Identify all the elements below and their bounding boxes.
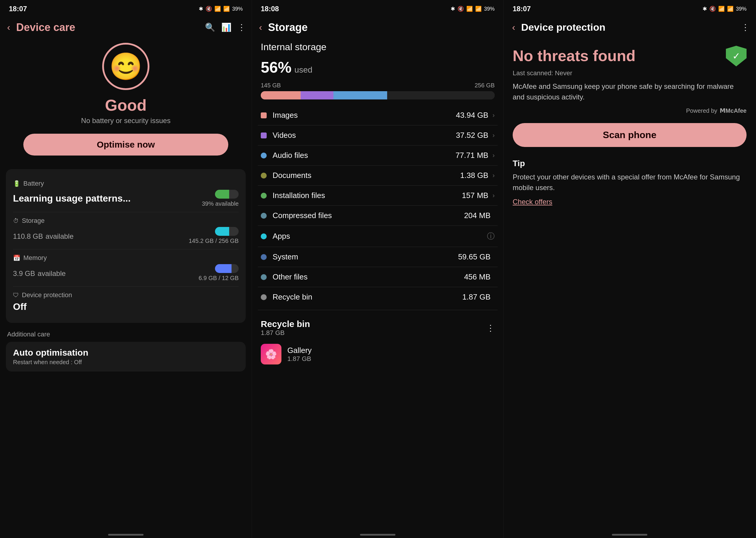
storage-card[interactable]: ⏱ Storage 110.8 GB available 145.2 GB / … [13, 212, 239, 249]
nav-title-3: Device protection [521, 22, 606, 33]
gallery-info: Gallery 1.87 GB [287, 346, 312, 363]
scroll-bar-1 [108, 534, 144, 536]
dot-images [261, 112, 267, 118]
scroll-bar-2 [360, 534, 395, 536]
list-item[interactable]: Installation files 157 MB › [258, 186, 497, 206]
list-item[interactable]: Other files 456 MB [258, 267, 497, 287]
search-icon-1[interactable]: 🔍 [205, 23, 215, 32]
memory-value: 3.9 GB available [13, 267, 66, 278]
smiley-icon: 😊 [109, 53, 142, 80]
list-item[interactable]: Apps ⓘ [258, 226, 497, 247]
status-icons-3: ✱ 🔇 📶 📶 39% [703, 6, 746, 12]
more-icon-3[interactable]: ⋮ [741, 23, 749, 32]
status-circle: 😊 [102, 43, 149, 90]
nav-title-2: Storage [268, 21, 497, 34]
wifi-icon: 📶 [214, 6, 221, 12]
status-bar-1: 18:07 ✱ 🔇 📶 📶 39% [0, 0, 252, 18]
check-offers-link[interactable]: Check offers [513, 198, 552, 206]
list-item[interactable]: Compressed files 204 MB [258, 206, 497, 226]
list-item[interactable]: Documents 1.38 GB › [258, 166, 497, 186]
list-item[interactable]: Audio files 77.71 MB › [258, 145, 497, 166]
storage-percent-value: 56% [261, 58, 291, 76]
bar-left-label: 145 GB [261, 82, 281, 89]
nav-title-1: Device care [16, 21, 202, 34]
time-1: 18:07 [9, 5, 27, 13]
signal-icon-3: 📶 [727, 6, 733, 12]
dp-description: McAfee and Samsung keep your phone safe … [513, 81, 746, 102]
dot-compressed [261, 213, 267, 219]
bar-right-label: 256 GB [475, 82, 494, 89]
list-item[interactable]: Videos 37.52 GB › [258, 126, 497, 145]
info-icon[interactable]: ⓘ [487, 231, 494, 242]
time-3: 18:07 [513, 5, 531, 13]
nav-bar-3: ‹ Device protection ⋮ [504, 18, 755, 37]
back-button-3[interactable]: ‹ [510, 21, 518, 34]
panel-device-protection: 18:07 ✱ 🔇 📶 📶 39% ‹ Device protection ⋮ … [504, 0, 756, 538]
mute-icon-2: 🔇 [457, 6, 464, 12]
tip-label: Tip [513, 159, 746, 168]
dp-label: Device protection [22, 291, 72, 299]
back-button-2[interactable]: ‹ [257, 21, 264, 34]
chevron-icon: › [493, 152, 494, 159]
dot-other [261, 274, 267, 280]
battery-card[interactable]: 🔋 Battery Learning usage patterns... 39%… [13, 175, 239, 212]
storage-list: Images 43.94 GB › Videos 37.52 GB › Audi… [252, 105, 503, 307]
dot-system [261, 254, 267, 260]
storage-header: Internal storage [252, 37, 503, 58]
more-menu-recycle[interactable]: ⋮ [487, 323, 494, 333]
memory-icon: 📅 [13, 254, 20, 261]
signal-icon: 📶 [223, 6, 230, 12]
dot-videos [261, 133, 267, 138]
gallery-size: 1.87 GB [287, 355, 312, 363]
bar-system [333, 91, 387, 99]
storage-visual-bar [261, 91, 494, 99]
divider [258, 310, 497, 310]
list-item[interactable]: Recycle bin 1.87 GB [258, 287, 497, 307]
status-subtitle: No battery or security issues [81, 117, 171, 125]
device-protection-card[interactable]: 🛡 Device protection Off [13, 287, 239, 317]
back-button-1[interactable]: ‹ [5, 21, 13, 34]
more-icon-1[interactable]: ⋮ [237, 23, 246, 32]
storage-unit: available [45, 232, 74, 240]
gallery-recycle-item[interactable]: 🌸 Gallery 1.87 GB [261, 339, 494, 369]
list-item[interactable]: Images 43.94 GB › [258, 105, 497, 126]
memory-card[interactable]: 📅 Memory 3.9 GB available 6.9 GB / 12 GB [13, 249, 239, 287]
memory-detail: 6.9 GB / 12 GB [199, 275, 239, 282]
wifi-icon-2: 📶 [466, 6, 473, 12]
nav-bar-2: ‹ Storage [252, 18, 503, 37]
mute-icon-3: 🔇 [709, 6, 716, 12]
chevron-icon: › [493, 112, 494, 119]
scan-phone-button[interactable]: Scan phone [513, 123, 746, 147]
nav-left-3: ‹ Device protection [510, 21, 606, 34]
battery-percent: 39% available [202, 200, 239, 207]
optimise-button[interactable]: Optimise now [23, 134, 229, 155]
status-good: Good [105, 96, 147, 114]
battery-3: 39% [736, 6, 746, 12]
storage-bar [215, 227, 239, 236]
recycle-header: Recycle bin 1.87 GB ⋮ [261, 319, 494, 337]
tip-section: Tip Protect your other devices with a sp… [513, 159, 746, 206]
care-cards: 🔋 Battery Learning usage patterns... 39%… [6, 169, 246, 323]
bar-images [261, 91, 301, 99]
nav-bar-1: ‹ Device care 🔍 📊 ⋮ [0, 18, 252, 37]
chart-icon-1[interactable]: 📊 [221, 23, 232, 32]
battery-bar [215, 190, 239, 199]
battery-label: Battery [23, 180, 44, 188]
list-item[interactable]: System 59.65 GB [258, 247, 497, 267]
dp-hero-row: No threats found ✓ [513, 46, 746, 66]
no-threats-heading: No threats found [513, 47, 726, 64]
shield-icon-1: 🛡 [13, 292, 19, 299]
status-icons-1: ✱ 🔇 📶 📶 39% [199, 6, 243, 12]
shield-check-icon: ✓ [726, 46, 746, 66]
recycle-title: Recycle bin [261, 319, 310, 329]
battery-value: Learning usage patterns... [13, 193, 131, 204]
powered-row: Powered by 𝗠McAfee [513, 107, 746, 114]
bar-labels: 145 GB 256 GB [261, 82, 494, 89]
tip-description: Protect your other devices with a specia… [513, 172, 746, 193]
additional-care-card[interactable]: Auto optimisation Restart when needed : … [6, 342, 246, 372]
status-icons-2: ✱ 🔇 📶 📶 39% [451, 6, 494, 12]
last-scan-label: Last scanned: Never [513, 69, 746, 77]
mcafee-logo: 𝗠McAfee [720, 107, 746, 114]
storage-label: Storage [22, 217, 45, 225]
dot-apps [261, 234, 267, 239]
